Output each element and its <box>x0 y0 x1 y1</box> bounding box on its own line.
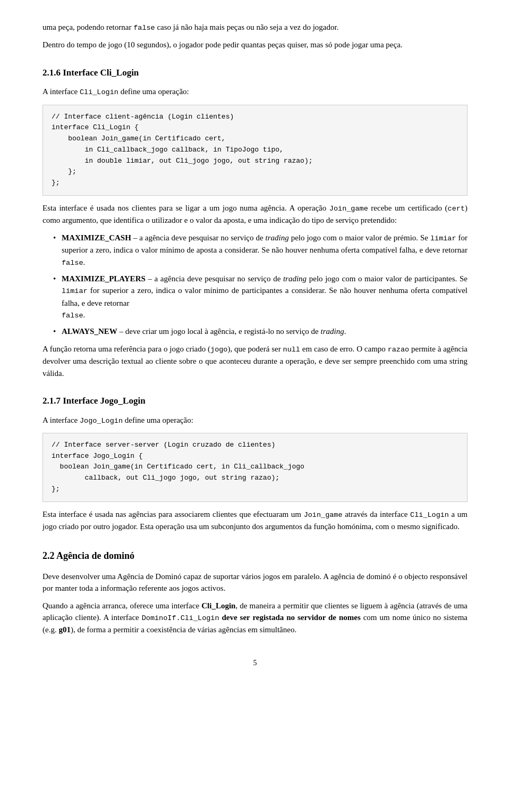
inline-code-cert: cert <box>448 205 465 213</box>
intro-para1: uma peça, podendo retornar false caso já… <box>42 21 468 34</box>
bullet-list-216: MAXIMIZE_CASH – a agência deve pesquisar… <box>42 232 468 338</box>
code-block-216: // Interface client-agência (Login clien… <box>42 105 468 196</box>
inline-code-cli-login-2: Cli_Login <box>410 511 449 519</box>
inline-code-dominoif: DominoIf.Cli_Login <box>142 614 219 622</box>
inline-code-limiar-1: limiar <box>430 235 456 242</box>
bullet-bold-2: MAXIMIZE_PLAYERS <box>62 274 146 283</box>
bullet-bold-3: ALWAYS_NEW <box>62 327 117 336</box>
inline-bold-g01: g01 <box>58 625 71 634</box>
bullet-italic-2: trading <box>283 274 307 283</box>
inline-code-null: null <box>283 346 300 354</box>
bullet-italic-1: trading <box>266 233 289 242</box>
section216-intro: A interface Cli_Login define uma operaçã… <box>42 86 468 98</box>
inline-bold-cli-login: Cli_Login <box>201 601 235 610</box>
section216-body1: Esta interface é usada nos clientes para… <box>42 202 468 227</box>
bullet-bold-1: MAXIMIZE_CASH <box>62 233 131 242</box>
section216-body2: A função retorna uma referência para o j… <box>42 343 468 379</box>
inline-code-razao: razao <box>388 346 410 354</box>
code-block-217: // Interface server-server (Login cruzad… <box>42 433 468 502</box>
inline-code-false1: false <box>133 24 155 32</box>
heading-216: 2.1.6 Interface Cli_Login <box>42 66 468 80</box>
heading-217: 2.1.7 Interface Jogo_Login <box>42 394 468 408</box>
bullet-item-always-new: ALWAYS_NEW – deve criar um jogo local à … <box>53 325 468 338</box>
inline-bold-registada: deve ser registada no servidor de nomes <box>219 613 361 622</box>
inline-code-jogo: jogo <box>210 346 227 354</box>
bullet-italic-3: trading <box>321 327 344 336</box>
inline-code-false-2: false <box>62 259 83 267</box>
inline-code-cli-login: Cli_Login <box>80 88 118 96</box>
section217-body1: Esta interface é usada nas agências para… <box>42 508 468 533</box>
page-number: 5 <box>42 657 468 668</box>
section217-intro: A interface Jogo_Login define uma operaç… <box>42 414 468 426</box>
inline-code-limiar-2: limiar <box>62 287 88 295</box>
bullet-item-maximize-cash: MAXIMIZE_CASH – a agência deve pesquisar… <box>53 232 468 269</box>
bullet-item-maximize-players: MAXIMIZE_PLAYERS – a agência deve pesqui… <box>53 273 468 322</box>
heading-22: 2.2 Agência de dominó <box>42 549 468 563</box>
inline-code-false-3: false <box>62 312 83 320</box>
inline-code-join-game-2: Join_game <box>304 511 343 519</box>
page-content: uma peça, podendo retornar false caso já… <box>42 21 468 668</box>
section22-para1: Deve desenvolver uma Agência de Dominó c… <box>42 571 468 595</box>
inline-code-join-game-1: Join_game <box>329 205 368 213</box>
inline-code-jogo-login: Jogo_Login <box>80 417 123 425</box>
section22-para2: Quando a agência arranca, oferece uma in… <box>42 600 468 636</box>
intro-para2: Dentro do tempo de jogo (10 segundos), o… <box>42 39 468 51</box>
